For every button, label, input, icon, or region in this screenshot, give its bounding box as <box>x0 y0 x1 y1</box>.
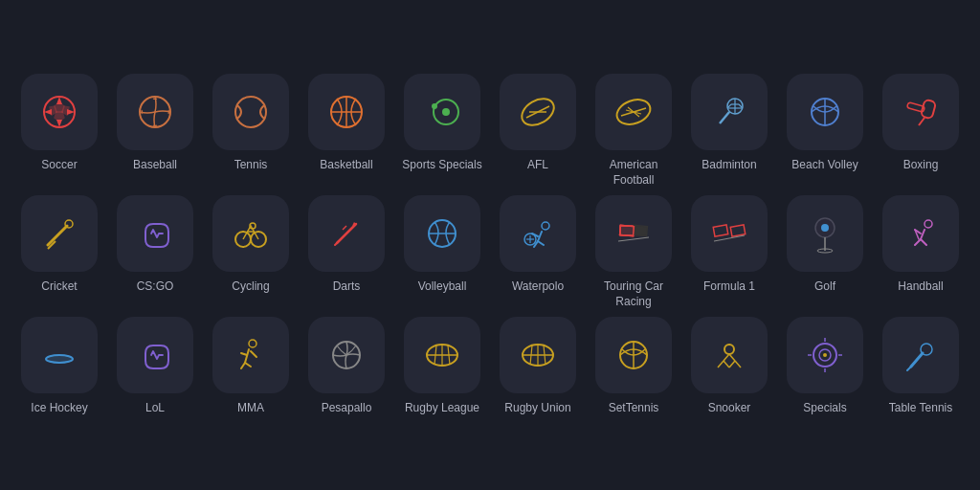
sport-american-football-icon-box <box>595 74 672 150</box>
sport-golf-label: Golf <box>814 279 835 295</box>
sport-american-football-label: American Football <box>588 158 679 188</box>
svg-point-31 <box>65 220 73 228</box>
sport-csgo-icon-box <box>117 195 193 272</box>
sport-basketball[interactable]: Basketball <box>301 74 392 188</box>
svg-rect-27 <box>921 100 936 119</box>
sport-basketball-icon-box <box>308 74 385 150</box>
sport-tennis-icon-box <box>212 74 289 150</box>
sport-beach-volley[interactable]: Beach Volley <box>779 74 871 188</box>
sport-pesapallo-label: Pesapallo <box>322 401 372 416</box>
sport-mma-icon-box <box>212 317 289 393</box>
sport-waterpolo-label: Waterpolo <box>512 279 564 295</box>
sport-csgo-label: CS:GO <box>137 279 174 295</box>
sport-waterpolo-icon-box <box>500 195 576 272</box>
sport-specials-icon-box <box>787 317 863 393</box>
sport-darts[interactable]: Darts <box>301 195 392 309</box>
sport-beach-volley-icon-box <box>787 74 863 150</box>
sport-handball[interactable]: Handball <box>875 195 967 309</box>
sport-sports-specials-label: Sports Specials <box>402 158 481 173</box>
sport-pesapallo[interactable]: Pesapallo <box>301 317 392 416</box>
sport-lol[interactable]: LoL <box>109 317 201 416</box>
sport-specials[interactable]: Specials <box>779 317 871 416</box>
svg-marker-2 <box>55 112 64 122</box>
sport-mma[interactable]: MMA <box>205 317 297 416</box>
sport-badminton[interactable]: Badminton <box>683 74 775 188</box>
sport-afl-label: AFL <box>527 158 548 173</box>
sport-sports-specials[interactable]: Sports Specials <box>396 74 488 188</box>
sport-waterpolo[interactable]: Waterpolo <box>492 195 584 309</box>
sport-settennis[interactable]: SetTennis <box>588 317 679 416</box>
sport-cycling[interactable]: Cycling <box>205 195 297 309</box>
sport-handball-icon-box <box>882 195 959 272</box>
svg-point-56 <box>821 224 829 232</box>
sport-soccer-label: Soccer <box>41 158 77 173</box>
sport-golf[interactable]: Golf <box>779 195 871 309</box>
svg-line-77 <box>724 354 729 361</box>
sport-cycling-label: Cycling <box>232 279 269 295</box>
sport-beach-volley-label: Beach Volley <box>791 158 858 173</box>
svg-point-59 <box>924 220 932 228</box>
sport-formula1[interactable]: Formula 1 <box>683 195 775 309</box>
sport-volleyball-icon-box <box>404 195 480 272</box>
sport-darts-label: Darts <box>333 279 361 295</box>
svg-line-30 <box>48 226 67 245</box>
sport-mma-label: MMA <box>237 401 264 416</box>
sport-sports-specials-icon-box <box>404 74 480 150</box>
svg-line-17 <box>628 107 639 117</box>
sport-golf-icon-box <box>787 195 863 272</box>
svg-point-9 <box>442 108 450 116</box>
sport-american-football[interactable]: American Football <box>588 74 679 188</box>
svg-rect-52 <box>713 225 728 236</box>
sport-cricket-label: Cricket <box>41 279 77 295</box>
svg-line-92 <box>907 367 911 370</box>
sport-formula1-label: Formula 1 <box>703 279 755 295</box>
sport-table-tennis-label: Table Tennis <box>889 401 953 416</box>
sport-rugby-union[interactable]: Rugby Union <box>492 317 584 416</box>
sport-settennis-label: SetTennis <box>609 401 659 416</box>
sport-snooker[interactable]: Snooker <box>683 317 775 416</box>
sports-grid: Soccer Baseball Tennis <box>0 58 980 432</box>
sport-badminton-label: Badminton <box>702 158 756 173</box>
sport-csgo[interactable]: CS:GO <box>109 195 201 309</box>
svg-line-81 <box>729 361 735 368</box>
sport-volleyball[interactable]: Volleyball <box>396 195 488 309</box>
svg-line-78 <box>729 354 735 361</box>
sport-settennis-icon-box <box>595 317 672 393</box>
sport-table-tennis-icon-box <box>882 317 959 393</box>
sport-baseball-icon-box <box>117 74 193 150</box>
sport-boxing-label: Boxing <box>903 158 939 173</box>
sport-boxing[interactable]: Boxing <box>875 74 967 188</box>
svg-point-6 <box>235 97 266 127</box>
sport-ice-hockey-label: Ice Hockey <box>31 401 87 416</box>
sport-afl[interactable]: AFL <box>492 74 584 188</box>
svg-rect-49 <box>634 226 648 236</box>
sport-snooker-icon-box <box>691 317 768 393</box>
svg-line-51 <box>618 237 649 241</box>
sport-rugby-league-label: Rugby League <box>405 401 479 416</box>
sport-baseball[interactable]: Baseball <box>109 74 201 188</box>
svg-line-39 <box>343 226 346 230</box>
sport-rugby-union-label: Rugby Union <box>504 401 570 416</box>
sport-touring[interactable]: Touring Car Racing <box>588 195 679 309</box>
sport-soccer-icon-box <box>21 74 98 150</box>
sport-handball-label: Handball <box>898 279 943 295</box>
sport-ice-hockey[interactable]: Ice Hockey <box>13 317 105 416</box>
sport-volleyball-label: Volleyball <box>418 279 467 295</box>
sport-rugby-league[interactable]: Rugby League <box>396 317 488 416</box>
sport-pesapallo-icon-box <box>308 317 385 393</box>
sport-baseball-label: Baseball <box>133 158 177 173</box>
sport-basketball-label: Basketball <box>320 158 372 173</box>
sport-cricket-icon-box <box>21 195 98 272</box>
svg-point-85 <box>823 353 827 357</box>
svg-line-80 <box>724 361 729 368</box>
sport-afl-icon-box <box>500 74 576 150</box>
sport-soccer[interactable]: Soccer <box>13 74 105 188</box>
sport-ice-hockey-icon-box <box>21 317 98 393</box>
sport-tennis-label: Tennis <box>234 158 268 173</box>
svg-point-42 <box>542 222 549 230</box>
svg-line-82 <box>735 361 741 368</box>
sport-tennis[interactable]: Tennis <box>205 74 297 188</box>
sport-cricket[interactable]: Cricket <box>13 195 105 309</box>
svg-point-76 <box>724 345 734 354</box>
sport-table-tennis[interactable]: Table Tennis <box>875 317 967 416</box>
